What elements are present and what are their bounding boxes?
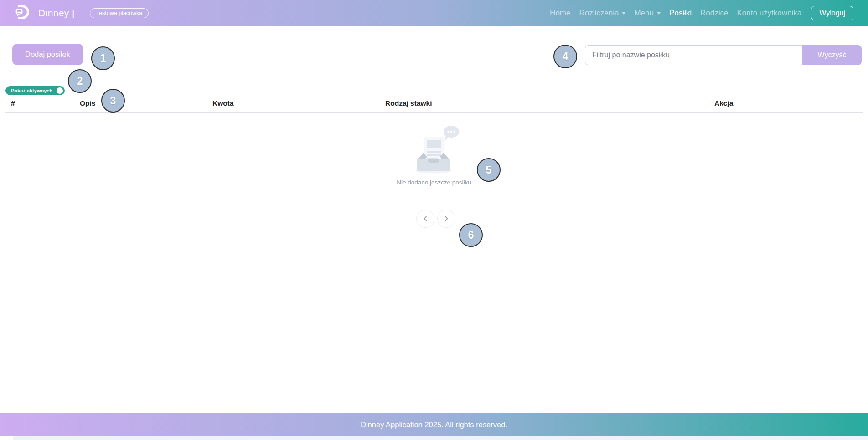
clear-filter-button[interactable]: Wyczyść — [802, 45, 862, 65]
chevron-down-icon — [657, 12, 661, 15]
facility-badge: Testowa placówka — [90, 8, 149, 18]
chevron-right-icon — [444, 216, 449, 221]
chevron-down-icon — [622, 12, 625, 15]
dinney-logo-icon — [14, 4, 31, 22]
table-bottom-divider — [5, 201, 863, 201]
empty-state-inbox-icon — [409, 124, 460, 178]
column-header-kwota: Kwota — [212, 99, 234, 107]
app-title: Dinney | — [38, 8, 75, 19]
show-active-toggle[interactable]: Pokaż aktywnych — [5, 86, 65, 95]
column-header-number: # — [11, 99, 15, 107]
annotation-badge-6: 6 — [459, 223, 483, 247]
column-header-akcja: Akcja — [714, 99, 733, 107]
annotation-badge-3: 3 — [101, 89, 125, 113]
nav-item-konto-uzytkownika[interactable]: Konto użytkownika — [737, 9, 801, 18]
nav-item-rodzice[interactable]: Rodzice — [700, 9, 728, 18]
add-meal-button[interactable]: Dodaj posiłek — [12, 44, 83, 65]
pagination-next-button[interactable] — [437, 210, 455, 228]
brand: Dinney | Testowa placówka — [14, 4, 149, 22]
horizontal-scrollbar-track — [0, 436, 868, 440]
meal-filter-group: Wyczyść — [585, 45, 862, 65]
logout-button[interactable]: Wyloguj — [811, 6, 853, 20]
annotation-badge-5: 5 — [477, 158, 501, 182]
nav-item-rozliczenia[interactable]: Rozliczenia — [579, 9, 625, 18]
annotation-badge-1: 1 — [91, 46, 115, 70]
annotation-badge-2: 2 — [68, 69, 92, 93]
pagination-prev-button[interactable] — [416, 210, 434, 228]
column-header-rodzaj-stawki: Rodzaj stawki — [385, 99, 432, 107]
table-header-divider — [5, 112, 863, 113]
column-header-opis: Opis — [80, 99, 95, 107]
top-navbar: Dinney | Testowa placówka Home Rozliczen… — [0, 0, 868, 26]
meal-filter-input[interactable] — [585, 45, 802, 65]
toggle-knob — [57, 87, 63, 94]
chevron-left-icon — [423, 216, 428, 221]
annotation-badge-4: 4 — [553, 45, 577, 68]
horizontal-scrollbar-thumb[interactable] — [0, 436, 13, 440]
nav-item-home[interactable]: Home — [550, 9, 570, 18]
empty-state-message: Nie dodano jeszcze posiłku — [0, 179, 868, 186]
page-footer: Dinney Application 2025. All rights rese… — [0, 413, 868, 436]
nav-item-posilki[interactable]: Posiłki — [669, 9, 692, 18]
main-nav: Home Rozliczenia Menu Posiłki Rodzice Ko… — [550, 9, 801, 18]
show-active-toggle-label: Pokaż aktywnych — [11, 88, 52, 93]
nav-item-menu[interactable]: Menu — [634, 9, 661, 18]
footer-text: Dinney Application 2025. All rights rese… — [361, 420, 507, 429]
